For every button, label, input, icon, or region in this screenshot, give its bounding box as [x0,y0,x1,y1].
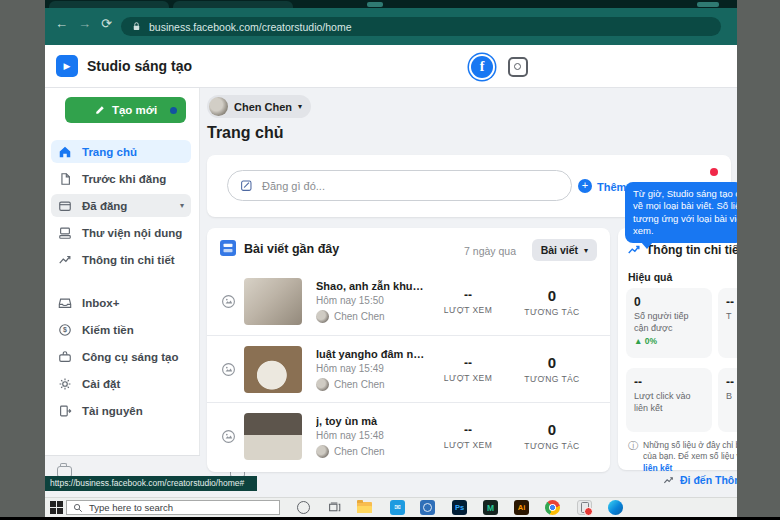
sidebar-item-published[interactable]: Đã đăng ▾ [51,194,191,217]
composer-placeholder: Đăng gì đó... [262,180,325,192]
task-view-icon[interactable] [327,500,342,515]
browser-window: ← → ⟳ business.facebook.com/creatorstudi… [45,0,737,517]
stat-label: Lượt click vào liên kết [634,391,704,414]
photoshop-icon[interactable]: Ps [452,500,467,515]
post-title: j, toy ùn mà [316,415,430,427]
new-tab-button[interactable] [367,2,383,7]
post-row[interactable]: luật yangho đâm nhau bẳn... Hôm nay 15:4… [207,335,610,402]
instagram-tab-icon[interactable] [508,57,528,77]
lock-icon [131,21,142,32]
composer-input[interactable]: Đăng gì đó... [227,170,572,201]
sidebar-item-label: Công cụ sáng tạo [82,351,178,363]
sidebar-item-creative-tools[interactable]: Công cụ sáng tạo [51,345,191,368]
post-row[interactable]: Shao, anh zẫn khum iu toy ... Hôm nay 15… [207,268,610,335]
browser-tab[interactable] [697,2,719,7]
screenshot-frame: ← → ⟳ business.facebook.com/creatorstudi… [0,0,780,520]
sidebar-item-resources[interactable]: Tài nguyên [51,399,191,422]
sidebar-item-pre-publish[interactable]: Trước khi đăng [51,167,191,190]
tooltip-line: xem. [633,225,735,237]
tooltip-arrow [641,242,653,249]
author-name: Chen Chen [334,311,385,322]
creator-studio-logo-icon: ▶ [56,55,78,77]
browser-toolbar: ← → ⟳ business.facebook.com/creatorstudi… [45,8,737,45]
add-story-plus-icon[interactable]: + [578,179,592,193]
date-range-label: 7 ngày qua [464,245,516,257]
views-label: LƯỢT XEM [444,305,492,315]
account-switcher[interactable]: Chen Chen ▾ [207,95,311,118]
stat-label: B [726,391,737,403]
sidebar-item-content-library[interactable]: Thư viện nội dung [51,221,191,244]
inbox-icon [58,296,72,310]
post-type-filter-label: Bài viết [541,244,578,256]
back-icon[interactable]: ← [55,16,68,32]
desktop-background-left [0,0,45,517]
create-new-button[interactable]: Tạo mới [65,97,186,123]
taskbar-search[interactable]: Type here to search [66,500,280,515]
facebook-tab-icon[interactable]: f [471,56,493,78]
m-app-icon[interactable]: M [483,500,498,515]
cortana-icon[interactable] [297,501,310,514]
author-name: Chen Chen [334,446,385,457]
chevron-down-icon: ▾ [584,246,588,255]
desktop-background-right [737,0,780,517]
note-link[interactable]: liên kết [643,463,672,473]
browser-tab[interactable] [49,1,169,8]
account-name: Chen Chen [234,101,292,113]
post-row[interactable]: j, toy ùn mà Hôm nay 15:48 Chen Chen --L… [207,402,610,469]
compose-pencil-icon [240,179,253,192]
url-text: business.facebook.com/creatorstudio/home [149,21,352,33]
stat-tile-reach: 0 Số người tiếp cận được ▲ 0% [626,288,712,358]
sidebar-item-label: Thư viện nội dung [82,227,182,239]
sidebar-item-label: Trước khi đăng [82,173,166,185]
interactions-value: 0 [548,421,556,438]
browser-tab[interactable] [173,1,293,8]
stat-value: -- [726,295,737,309]
author-name: Chen Chen [334,379,385,390]
svg-text:$: $ [63,326,67,334]
stat-value: -- [726,375,737,389]
reload-icon[interactable]: ⟳ [101,16,112,32]
notification-app-icon[interactable] [577,500,592,515]
mail-icon[interactable]: ✉ [390,500,405,515]
interactions-label: TƯƠNG TÁC [524,307,579,317]
author-avatar [316,310,329,323]
chrome-icon[interactable] [545,500,560,515]
post-thumbnail [244,346,302,393]
info-icon: ⓘ [628,440,638,474]
posts-feed-icon [220,240,236,256]
posts-list: Shao, anh zẫn khum iu toy ... Hôm nay 15… [207,268,610,469]
blue-app-icon[interactable] [420,500,435,515]
posts-card-title: Bài viết gần đây [244,242,339,256]
go-to-insights-link[interactable]: Đi đến Thông tin chi tiết [663,474,737,486]
forward-icon[interactable]: → [78,16,91,32]
post-type-filter[interactable]: Bài viết ▾ [532,239,597,261]
recent-posts-card: Bài viết gần đây 7 ngày qua Bài viết ▾ S… [207,228,610,472]
edge-icon[interactable] [608,500,623,515]
insights-icon [58,253,72,267]
sidebar-item-monetization[interactable]: $ Kiếm tiền [51,318,191,341]
sidebar-item-insights[interactable]: Thông tin chi tiết [51,248,191,271]
illustrator-icon[interactable]: Ai [514,500,529,515]
stat-tile: -- T [718,288,737,358]
chevron-down-icon: ▾ [298,102,302,111]
tooltip-line: tương ứng với loại bài viết b [633,213,735,225]
library-icon [58,226,72,240]
author-avatar [316,445,329,458]
sidebar-item-home[interactable]: Trang chủ [51,140,191,163]
insights-panel: Thông tin chi tiết Hiệu quả 0 Số người t… [618,228,737,470]
sidebar: Tạo mới Trang chủ Trước khi đăng Đã đăng [45,88,200,455]
taskbar-search-placeholder: Type here to search [89,502,173,513]
address-bar[interactable]: business.facebook.com/creatorstudio/home [121,17,721,36]
views-label: LƯỢT XEM [444,440,492,450]
interactions-label: TƯƠNG TÁC [524,374,579,384]
file-explorer-icon[interactable] [357,502,372,513]
sidebar-item-inbox[interactable]: Inbox+ [51,291,191,314]
interactions-label: TƯƠNG TÁC [524,441,579,451]
sidebar-item-settings[interactable]: Cài đặt [51,372,191,395]
browser-tab-strip[interactable] [45,0,737,8]
chevron-down-icon: ▾ [180,201,184,210]
interactions-value: 0 [548,354,556,371]
views-value: -- [464,356,472,370]
start-button[interactable] [50,501,63,514]
sidebar-item-label: Kiếm tiền [82,324,134,336]
